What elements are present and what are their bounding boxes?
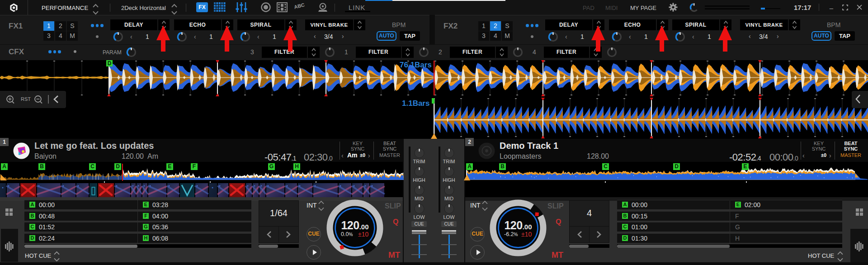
svg-text:RST: RST — [21, 96, 31, 102]
